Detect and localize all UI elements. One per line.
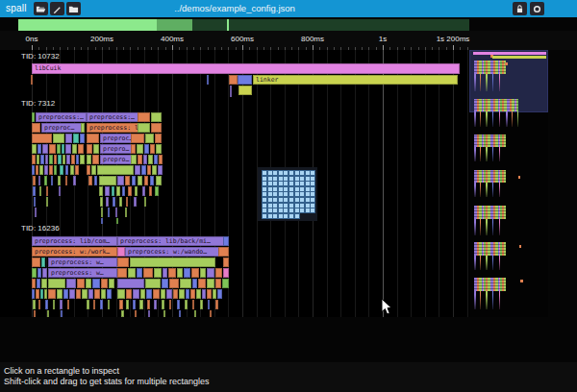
flame-rect[interactable] [147,165,151,175]
flame-rect[interactable] [108,208,110,217]
lock-button[interactable] [513,2,527,15]
flame-rect[interactable] [40,155,44,164]
flame-rect[interactable] [141,165,146,175]
flame-rect[interactable] [191,268,199,278]
flame-rect[interactable] [147,300,150,309]
flame-rect[interactable] [135,165,140,175]
flame-rect[interactable] [32,112,35,122]
flame-rect[interactable] [32,123,40,133]
flame-rect[interactable] [116,186,120,196]
flame-rect[interactable] [137,144,143,154]
flame-rect[interactable] [34,310,36,317]
flame-rect[interactable] [154,300,157,309]
flame-rect[interactable] [97,165,134,175]
flame-rect[interactable] [135,186,138,196]
flame-rect[interactable]: libCuik [32,63,460,74]
flame-rect[interactable] [200,268,206,278]
flame-rect[interactable] [47,310,49,317]
flame-rect[interactable] [39,165,43,175]
flame-rect[interactable] [238,86,252,95]
flame-rect[interactable] [130,257,215,267]
flame-rect[interactable] [45,155,48,164]
flame-rect[interactable] [57,289,63,299]
flame-rect[interactable] [70,165,74,175]
flame-rect[interactable] [222,279,229,288]
flame-rect[interactable] [115,208,117,217]
flame-rect[interactable] [61,310,63,317]
flame-rect[interactable] [38,300,40,309]
flame-rect[interactable] [149,186,152,196]
flame-rect[interactable] [108,300,110,309]
flame-rect[interactable] [162,300,164,309]
flame-rect[interactable] [138,123,150,133]
flame-rect[interactable]: preproc… [41,123,83,133]
event-dot[interactable] [294,213,300,219]
flame-rect[interactable] [210,310,212,317]
flame-rect[interactable] [109,279,114,288]
flame-rect[interactable] [73,134,79,143]
flame-rect[interactable] [154,155,158,164]
flame-rect[interactable] [161,289,165,299]
flame-rect[interactable]: preproc… [100,134,133,143]
activity-overview-bar[interactable] [0,18,577,31]
flame-rect[interactable] [58,155,62,164]
flame-rect[interactable] [86,279,91,288]
flame-rect[interactable] [159,155,163,164]
flame-rect[interactable] [198,279,206,288]
flame-rect[interactable] [40,289,43,299]
flame-rect[interactable]: preprocess: lib/com… [32,236,117,246]
flame-rect[interactable] [116,218,118,224]
flame-rect[interactable] [117,268,127,278]
flame-rect[interactable] [32,257,40,267]
flame-rect[interactable] [162,279,168,288]
flame-rect[interactable] [36,289,39,299]
minimap[interactable] [469,50,548,317]
flame-rect[interactable] [156,176,162,185]
flame-rect[interactable] [208,300,210,309]
flame-rect[interactable] [163,268,167,278]
flame-rect[interactable] [87,165,90,175]
flame-rect[interactable] [37,279,40,288]
flame-rect[interactable] [31,75,33,85]
flame-rect[interactable] [87,155,91,164]
flame-rect[interactable] [192,300,194,309]
flame-rect[interactable]: preprocess: w:/wando… [125,247,220,257]
flame-rect[interactable] [35,208,37,217]
flame-rect[interactable] [80,134,85,143]
flame-rect[interactable] [142,186,145,196]
flame-rect[interactable] [88,289,93,299]
flame-rect[interactable] [137,268,142,278]
flame-rect[interactable] [87,300,89,309]
flame-rect[interactable] [39,186,41,196]
flame-rect[interactable] [38,144,41,154]
flame-rect[interactable] [69,289,75,299]
flame-rect[interactable] [106,197,109,207]
flame-rect[interactable] [131,144,136,154]
flame-rect[interactable] [49,155,53,164]
flame-rect[interactable] [121,310,124,317]
flame-rect[interactable] [230,86,232,97]
flame-rect[interactable] [145,134,154,143]
flame-rect[interactable] [125,176,130,185]
flame-rect[interactable] [194,310,196,317]
flame-rect[interactable] [215,268,222,278]
flame-rect[interactable]: preprocess: w… [48,257,117,267]
flame-rect[interactable] [151,123,162,133]
flame-rect[interactable] [76,289,81,299]
flame-rect[interactable] [117,279,144,288]
flame-rect[interactable] [101,289,106,299]
flame-rect[interactable] [190,289,195,299]
flame-rect[interactable] [148,310,150,317]
flame-rect[interactable] [215,279,221,288]
flame-rect[interactable] [101,218,103,224]
flame-rect[interactable]: preprocess:… [87,112,139,122]
flame-rect[interactable] [93,144,99,154]
flame-rect[interactable] [38,176,40,185]
flame-rect[interactable] [46,197,48,207]
flame-rect[interactable] [184,268,190,278]
flame-rect[interactable] [49,144,56,154]
flame-rect[interactable] [133,289,139,299]
flame-rect[interactable] [101,208,103,217]
flame-rect[interactable] [151,112,162,122]
flame-rect[interactable] [99,176,116,185]
